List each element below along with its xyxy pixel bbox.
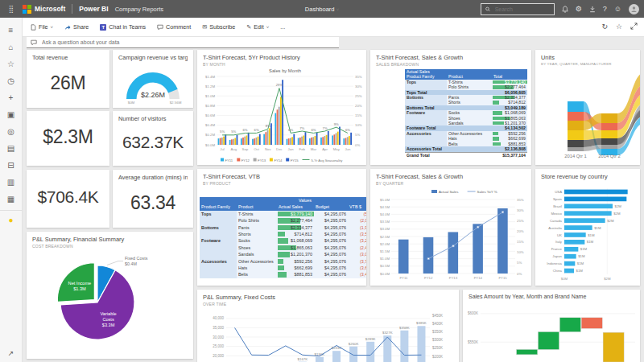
subscribe-button[interactable]: ✉Subscribe <box>202 23 235 31</box>
sales-by-month-chart[interactable]: Sales by Month$0.0M$0.2M$0.4M$0.6M$0.8M$… <box>197 66 366 165</box>
waterfall-chart[interactable]: $600K$550K <box>463 304 640 362</box>
svg-text:$400K: $400K <box>432 322 443 326</box>
sidebar-item-home[interactable]: ⌂ <box>0 39 23 56</box>
campaign-gauge-chart[interactable]: $2.26M$0M$2.56M <box>113 61 193 108</box>
svg-text:20,000: 20,000 <box>213 354 224 358</box>
tile-campaign-gauge[interactable]: Campaign revenue vs target $2.26M$0M$2.5… <box>113 50 193 108</box>
tile-5yr-history[interactable]: T-Shirt Forecast, 5Yr Product HistoryBY … <box>197 50 366 165</box>
tile-revenue-706k[interactable]: $706.4K <box>27 170 109 228</box>
svg-text:$300K: $300K <box>432 338 443 342</box>
svg-text:$2.5M: $2.5M <box>380 235 390 239</box>
share-button[interactable]: Share <box>64 23 89 31</box>
sales-growth-chart[interactable]: $0.0M$0.5M$1.0M$1.5M$2.0M$2.5M$3.0M$3.5M… <box>370 187 531 286</box>
sales-breakdown-table: Actual SalesProduct FamilyProductTotalTo… <box>405 69 527 158</box>
tile-units-ribbon[interactable]: UnitsBY YEAR, QUARTER, MANUFACTURER 2014… <box>535 50 640 165</box>
settings-gear-icon[interactable]: ⚙ <box>576 6 582 13</box>
svg-text:$289K: $289K <box>365 337 376 341</box>
tile-title: T-Shirt Forecast, VTB <box>203 173 361 180</box>
sidebar-item-favorites[interactable]: ☆ <box>0 56 23 72</box>
svg-text:$5.0M: $5.0M <box>380 198 390 202</box>
pnl-pie-chart[interactable]: Fixed Costs$0.4MVariableCosts$3.3MNet In… <box>27 251 193 359</box>
svg-text:Jan: Jan <box>288 147 295 151</box>
comment-button[interactable]: Comment <box>157 23 191 31</box>
sidebar-item-browse[interactable]: ▣ <box>0 106 23 123</box>
svg-text:$0.6M: $0.6M <box>205 113 215 117</box>
sidebar-item-menu[interactable]: ≡ <box>0 22 23 39</box>
tile-title: T-Shirt Forecast, Sales & Growth <box>376 54 526 61</box>
svg-text:$0M: $0M <box>128 101 135 105</box>
sidebar-item-learn[interactable]: ▥ <box>0 174 23 191</box>
notifications-icon[interactable] <box>562 6 568 13</box>
dashboard-selector[interactable]: Dashboard ˅ <box>305 6 339 13</box>
table-row: BottomsPants$2,334,377$4,295,076(1,960,6… <box>200 224 366 231</box>
svg-text:8%: 8% <box>266 124 270 128</box>
svg-text:FY15: FY15 <box>291 158 299 162</box>
qa-input[interactable] <box>40 39 314 46</box>
app-name[interactable]: Power BI <box>79 5 108 13</box>
svg-text:$350K: $350K <box>432 330 443 334</box>
sidebar-item-my-workspace[interactable]: ● <box>0 210 23 227</box>
tile-store-revenue[interactable]: Store revenue by country $0M$2MUSASpainB… <box>535 169 640 286</box>
tile-visitors[interactable]: Number of visitors 632.37K <box>113 111 193 166</box>
svg-text:$450K: $450K <box>432 314 443 318</box>
download-icon[interactable] <box>589 6 596 13</box>
sidebar-item-pipelines[interactable]: ⊟ <box>0 157 23 174</box>
waffle-menu-icon[interactable]: ⣿ <box>0 5 23 13</box>
edit-menu[interactable]: ✎Edit˅ <box>246 23 269 31</box>
search-input[interactable] <box>493 6 550 13</box>
vtb-table[interactable]: ValuesProduct FamilyProductActual SalesB… <box>197 187 366 286</box>
store-revenue-chart[interactable]: $0M$2MUSASpainBrazil$2MMexico$2MCanada$2… <box>535 183 640 286</box>
tile-vtb-table[interactable]: T-Shirt Forecast, VTBBY PRODUCT ValuesPr… <box>197 169 366 286</box>
kpi-value: 63.34 <box>113 181 193 228</box>
svg-text:6%: 6% <box>311 128 316 132</box>
sales-breakdown-table[interactable]: Actual SalesProduct FamilyProductTotalTo… <box>370 68 531 165</box>
more-options-button[interactable]: ... <box>280 23 285 31</box>
svg-text:Italy: Italy <box>555 240 563 244</box>
tile-sales-growth-quarter[interactable]: T-Shirt Forecast, Sales & GrowthBY QUART… <box>370 169 531 286</box>
sidebar-item-goals[interactable]: ◎ <box>0 123 23 140</box>
tile-revenue-23m[interactable]: $2.3M <box>27 111 109 166</box>
account-avatar[interactable] <box>629 4 639 14</box>
svg-text:5%: 5% <box>355 133 360 137</box>
svg-text:Oct: Oct <box>254 147 259 151</box>
sidebar-item-workspaces[interactable]: ▦ <box>0 191 23 208</box>
refresh-icon[interactable]: ↻ <box>601 23 608 31</box>
chat-in-teams-button[interactable]: TChat in Teams <box>100 23 146 31</box>
tile-waterfall[interactable]: Sales Amount by Year, Month and Brand Na… <box>463 290 640 362</box>
tile-sales-breakdown[interactable]: T-Shirt Forecast, Sales & GrowthSALES BR… <box>370 50 531 165</box>
svg-text:0%: 0% <box>355 143 360 147</box>
open-external-icon[interactable]: ↗ <box>8 349 14 357</box>
table-row: FootwareSocks$1,068,069$4,295,076(3,227,… <box>200 237 366 244</box>
tile-title: T-Shirt Forecast, 5Yr Product History <box>203 54 361 61</box>
svg-text:30%: 30% <box>355 84 362 88</box>
table-row: Shorts$714,812$4,295,076(3,580,264.03)-8… <box>200 231 366 237</box>
qa-bar[interactable] <box>27 37 339 48</box>
tile-total-revenue[interactable]: Total revenue 26M <box>27 50 109 108</box>
sidebar-item-create[interactable]: + <box>0 89 23 106</box>
share-icon <box>64 24 71 31</box>
fixed-costs-chart[interactable]: 40,00035,00030,00025,00020,000$450K$400K… <box>197 309 459 362</box>
svg-text:6%: 6% <box>242 128 247 132</box>
help-icon[interactable]: ? <box>603 6 607 13</box>
tile-fixed-costs[interactable]: P&L Summary, Fixed CostsOVER TIME 40,000… <box>197 290 459 362</box>
feedback-smiley-icon[interactable]: ☺ <box>614 6 621 13</box>
svg-text:35,000: 35,000 <box>213 326 224 330</box>
file-menu[interactable]: File˅ <box>31 23 53 31</box>
search-icon <box>485 6 490 12</box>
sidebar-item-apps[interactable]: ▤ <box>0 140 23 157</box>
units-ribbon-chart[interactable]: 2014 Qtr 12014 Qtr 2 <box>535 69 640 165</box>
tile-avg-duration[interactable]: Average duration (mins) in s... 63.34 <box>113 170 193 228</box>
global-search[interactable] <box>481 3 555 15</box>
fullscreen-icon[interactable] <box>630 23 638 31</box>
sidebar-item-recent[interactable]: ◷ <box>0 72 23 89</box>
svg-text:25,000: 25,000 <box>213 344 224 348</box>
top-bar: ⣿ Microsoft Power BI Company Reports Das… <box>0 0 644 18</box>
kpi-value: 632.37K <box>113 122 193 166</box>
svg-text:$0M: $0M <box>561 277 568 281</box>
svg-text:9%: 9% <box>334 122 339 126</box>
favorite-star-icon[interactable]: ☆ <box>616 23 622 31</box>
tile-pnl-pie[interactable]: P&L Summary, Financial SummaryCOST BREAK… <box>27 232 193 359</box>
svg-text:FY12: FY12 <box>424 276 433 280</box>
svg-text:Sales by Month: Sales by Month <box>269 68 301 73</box>
workspace-name[interactable]: Company Reports <box>115 6 163 13</box>
